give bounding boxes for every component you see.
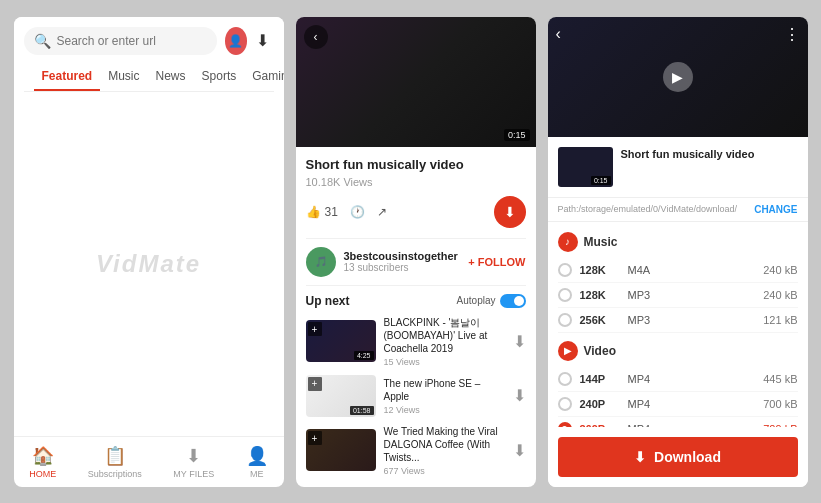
format-radio-256k-mp3[interactable] — [558, 313, 572, 327]
plus-icon: + — [308, 322, 322, 336]
format-row[interactable]: 128K MP3 240 kB — [558, 283, 798, 308]
panel3-back-button[interactable]: ‹ — [556, 25, 561, 43]
up-next-download-3[interactable]: ⬇ — [513, 441, 526, 460]
format-row[interactable]: 240P MP4 700 kB — [558, 392, 798, 417]
tab-news[interactable]: News — [148, 63, 194, 91]
like-button[interactable]: 👍 31 — [306, 205, 338, 219]
up-next-label: Up next — [306, 294, 350, 308]
nav-myfiles-label: MY FILES — [173, 469, 214, 479]
format-row[interactable]: 256K MP3 121 kB — [558, 308, 798, 333]
format-type-128k-m4a: M4A — [628, 264, 756, 276]
format-size-128k-m4a: 240 kB — [763, 264, 797, 276]
up-next-thumbnail-1: + 4:25 — [306, 320, 376, 362]
video-section-label: Video — [584, 344, 616, 358]
nav-me[interactable]: 👤 ME — [246, 445, 268, 479]
video-content: Short fun musically video 10.18K Views 👍… — [296, 147, 536, 487]
format-radio-128k-mp3[interactable] — [558, 288, 572, 302]
like-count: 31 — [325, 205, 338, 219]
clock-icon: 🕐 — [350, 205, 365, 219]
list-item: + 01:58 The new iPhone SE – Apple 12 Vie… — [306, 375, 526, 417]
up-next-download-2[interactable]: ⬇ — [513, 386, 526, 405]
up-next-info-3: We Tried Making the Viral DALGONA Coffee… — [384, 425, 505, 476]
mini-duration: 0:15 — [591, 176, 611, 185]
video-title: Short fun musically video — [306, 157, 526, 172]
avatar[interactable]: 👤 — [225, 27, 248, 55]
panel3-video-title: Short fun musically video — [621, 147, 798, 161]
autoplay-label: Autoplay — [457, 295, 496, 306]
format-quality-256k-mp3: 256K — [580, 314, 620, 326]
up-next-title-3: We Tried Making the Viral DALGONA Coffee… — [384, 425, 505, 464]
panel3-video-info: 0:15 Short fun musically video — [548, 137, 808, 198]
format-radio-240p[interactable] — [558, 397, 572, 411]
download-button[interactable]: ⬇ Download — [558, 437, 798, 477]
panel3-more-button[interactable]: ⋮ — [784, 25, 800, 44]
nav-subscriptions[interactable]: 📋 Subscriptions — [88, 445, 142, 479]
tab-music[interactable]: Music — [100, 63, 147, 91]
history-button[interactable]: 🕐 — [350, 205, 365, 219]
tab-featured[interactable]: Featured — [34, 63, 101, 91]
me-icon: 👤 — [246, 445, 268, 467]
download-circle-button[interactable]: ⬇ — [494, 196, 526, 228]
format-radio-128k-m4a[interactable] — [558, 263, 572, 277]
format-type-144p: MP4 — [628, 373, 756, 385]
music-section-icon: ♪ — [558, 232, 578, 252]
download-section: ⬇ Download — [548, 427, 808, 487]
video-actions: 👍 31 🕐 ↗ ⬇ — [306, 196, 526, 228]
nav-myfiles[interactable]: ⬇ MY FILES — [173, 445, 214, 479]
tab-sports[interactable]: Sports — [194, 63, 245, 91]
up-next-info-2: The new iPhone SE – Apple 12 Views — [384, 377, 505, 415]
autoplay-toggle[interactable] — [500, 294, 526, 308]
myfiles-icon: ⬇ — [186, 445, 201, 467]
back-button[interactable]: ‹ — [304, 25, 328, 49]
format-section: ♪ Music 128K M4A 240 kB 128K MP3 240 kB … — [548, 222, 808, 427]
format-size-128k-mp3: 240 kB — [763, 289, 797, 301]
format-type-240p: MP4 — [628, 398, 756, 410]
change-path-button[interactable]: CHANGE — [754, 204, 797, 215]
vidmate-logo: VidMate — [96, 250, 201, 278]
bottom-nav: 🏠 HOME 📋 Subscriptions ⬇ MY FILES 👤 ME — [14, 436, 284, 487]
follow-button[interactable]: + FOLLOW — [468, 256, 525, 268]
download-button-label: Download — [654, 449, 721, 465]
format-quality-128k-m4a: 128K — [580, 264, 620, 276]
download-arrow-icon: ⬇ — [634, 449, 646, 465]
music-section-header: ♪ Music — [558, 232, 798, 252]
format-size-144p: 445 kB — [763, 373, 797, 385]
up-next-download-1[interactable]: ⬇ — [513, 332, 526, 351]
subscriptions-icon: 📋 — [104, 445, 126, 467]
channel-subscribers: 13 subscribers — [344, 262, 461, 273]
up-next-views-1: 15 Views — [384, 357, 505, 367]
download-options-panel: ‹ ⋮ ▶ 0:15 Short fun musically video Pat… — [548, 17, 808, 487]
panel3-thumbnail: ‹ ⋮ ▶ — [548, 17, 808, 137]
search-bar[interactable]: 🔍 — [24, 27, 217, 55]
download-path: Path:/storage/emulated/0/VidMate/downloa… — [558, 204, 737, 214]
format-type-256k-mp3: MP3 — [628, 314, 756, 326]
download-icon[interactable]: ⬇ — [251, 27, 274, 55]
search-input[interactable] — [57, 34, 207, 48]
up-next-thumbnail-3: + — [306, 429, 376, 471]
play-icon[interactable]: ▶ — [663, 62, 693, 92]
path-row: Path:/storage/emulated/0/VidMate/downloa… — [548, 198, 808, 222]
up-next-info-1: BLACKPINK - '봄날이 (BOOMBAYAH)' Live at Co… — [384, 316, 505, 367]
format-row[interactable]: 369P MP4 729 kB — [558, 417, 798, 427]
tab-gaming[interactable]: Gaming — [244, 63, 283, 91]
up-next-thumbnail-2: + 01:58 — [306, 375, 376, 417]
up-next-title-1: BLACKPINK - '봄날이 (BOOMBAYAH)' Live at Co… — [384, 316, 505, 355]
nav-home[interactable]: 🏠 HOME — [29, 445, 56, 479]
nav-home-label: HOME — [29, 469, 56, 479]
panel3-mini-thumbnail: 0:15 — [558, 147, 613, 187]
app-body: VidMate — [14, 92, 284, 436]
video-views: 10.18K Views — [306, 176, 526, 188]
autoplay-row: Autoplay — [457, 294, 526, 308]
nav-subscriptions-label: Subscriptions — [88, 469, 142, 479]
thumb-duration-1: 4:25 — [354, 351, 374, 360]
download-icon: ⬇ — [504, 204, 516, 220]
share-button[interactable]: ↗ — [377, 205, 387, 219]
up-next-views-3: 677 Views — [384, 466, 505, 476]
list-item: + 4:25 BLACKPINK - '봄날이 (BOOMBAYAH)' Liv… — [306, 316, 526, 367]
format-row[interactable]: 144P MP4 445 kB — [558, 367, 798, 392]
format-row[interactable]: 128K M4A 240 kB — [558, 258, 798, 283]
up-next-title-2: The new iPhone SE – Apple — [384, 377, 505, 403]
home-icon: 🏠 — [32, 445, 54, 467]
vidmate-home-panel: 🔍 👤 ⬇ Featured Music News Sports Gaming … — [14, 17, 284, 487]
format-radio-144p[interactable] — [558, 372, 572, 386]
